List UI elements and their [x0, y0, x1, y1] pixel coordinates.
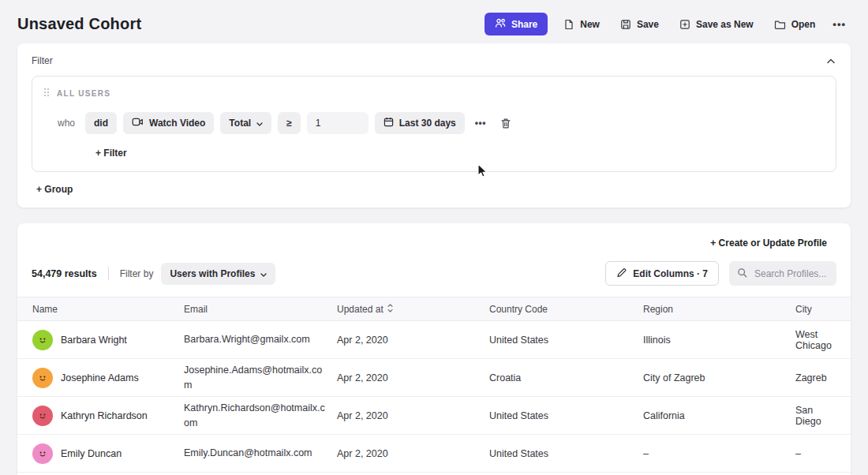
- cohort-builder-page: Unsaved Cohort Share New: [0, 0, 868, 475]
- profile-email: Kathryn.Richardson@hotmailx.com: [184, 401, 337, 429]
- share-button[interactable]: Share: [485, 13, 548, 36]
- add-group-button[interactable]: + Group: [36, 184, 73, 195]
- updated-at-label: Updated at: [337, 304, 383, 315]
- save-as-new-label: Save as New: [696, 19, 754, 30]
- date-range-label: Last 30 days: [399, 118, 456, 129]
- cohort-group: ALL USERS who did Watch Video Total: [32, 76, 836, 172]
- edit-columns-button[interactable]: Edit Columns · 7: [605, 261, 719, 286]
- condition-row: who did Watch Video Total ≥: [58, 112, 826, 134]
- search-icon: [737, 267, 747, 281]
- results-panel: + Create or Update Profile 54,479 result…: [17, 223, 851, 475]
- new-label: New: [580, 19, 600, 30]
- column-header-city[interactable]: City: [795, 304, 851, 315]
- event-dropdown[interactable]: Watch Video: [123, 112, 214, 134]
- folder-icon: [774, 19, 786, 30]
- save-icon: [620, 19, 631, 30]
- share-label: Share: [511, 19, 537, 30]
- column-header-name[interactable]: Name: [32, 304, 184, 315]
- profile-updated-at: Apr 2, 2020: [337, 372, 489, 383]
- new-document-icon: [563, 19, 574, 30]
- column-header-country-code[interactable]: Country Code: [489, 304, 643, 315]
- profile-updated-at: Apr 2, 2020: [337, 448, 489, 459]
- date-range-dropdown[interactable]: Last 30 days: [375, 112, 465, 134]
- create-or-update-profile-button[interactable]: + Create or Update Profile: [705, 237, 832, 249]
- chevron-up-icon: [827, 54, 835, 66]
- profile-region: City of Zagreb: [643, 372, 795, 383]
- save-label: Save: [637, 19, 659, 30]
- profile-updated-at: Apr 2, 2020: [337, 410, 489, 421]
- trash-icon: [500, 118, 511, 129]
- profile-name: Barbara Wright: [61, 335, 127, 346]
- open-button[interactable]: Open: [769, 13, 821, 36]
- topbar: Unsaved Cohort Share New: [0, 0, 868, 43]
- aggregation-dropdown[interactable]: Total: [220, 112, 271, 134]
- profiles-filter-dropdown[interactable]: Users with Profiles: [161, 263, 275, 285]
- open-label: Open: [791, 19, 816, 30]
- delete-condition-button[interactable]: [496, 114, 515, 133]
- save-as-new-button[interactable]: Save as New: [675, 13, 758, 36]
- profile-name: Emily Duncan: [61, 448, 122, 459]
- create-profile-row: + Create or Update Profile: [17, 223, 851, 251]
- drag-handle-icon[interactable]: [43, 86, 50, 100]
- table-header: Name Email Updated at Country Code Regio…: [17, 297, 851, 321]
- profile-city: San Diego: [795, 405, 851, 427]
- pencil-icon: [616, 267, 627, 280]
- operator-dropdown[interactable]: ≥: [278, 112, 301, 134]
- table-row[interactable]: Barbara Wright Barbara.Wright@gmailx.com…: [17, 321, 851, 359]
- page-title: Unsaved Cohort: [17, 15, 141, 33]
- table-row[interactable]: Josephine Adams Josephine.Adams@hotmailx…: [17, 359, 851, 397]
- condition-more-button[interactable]: •••: [471, 114, 490, 132]
- results-count: 54,479 results: [32, 268, 97, 279]
- more-options-button[interactable]: •••: [831, 15, 847, 33]
- column-header-email[interactable]: Email: [184, 304, 337, 315]
- header-actions: Share New Save: [485, 13, 847, 36]
- event-label: Watch Video: [149, 118, 205, 129]
- profile-name: Josephine Adams: [61, 372, 139, 383]
- edit-columns-label: Edit Columns · 7: [633, 268, 708, 279]
- profile-country-code: United States: [489, 335, 643, 346]
- profile-city: –: [795, 448, 851, 459]
- save-as-new-icon: [679, 19, 690, 30]
- profile-city: Zagreb: [795, 372, 851, 383]
- profile-email: Emily.Duncan@hotmailx.com: [184, 446, 337, 460]
- column-header-region[interactable]: Region: [643, 304, 795, 315]
- calendar-icon: [383, 117, 394, 129]
- profile-country-code: United States: [489, 448, 643, 459]
- table-row[interactable]: Emily Duncan Emily.Duncan@hotmailx.com A…: [17, 435, 851, 473]
- aggregation-label: Total: [229, 118, 251, 129]
- toolbar-divider: [108, 267, 109, 280]
- filter-by-label: Filter by: [120, 268, 154, 279]
- search-profiles-input[interactable]: [753, 267, 829, 280]
- profile-country-code: Croatia: [489, 372, 643, 383]
- filter-panel-header: Filter: [32, 53, 836, 68]
- search-profiles-field[interactable]: [729, 261, 836, 286]
- profile-region: Illinois: [643, 335, 795, 346]
- filter-panel-label: Filter: [32, 55, 53, 66]
- collapse-filter-button[interactable]: [825, 53, 836, 68]
- profile-city: West Chicago: [795, 329, 851, 351]
- results-toolbar: 54,479 results Filter by Users with Prof…: [17, 251, 851, 297]
- chevron-down-icon: [260, 268, 267, 279]
- profile-email: Barbara.Wright@gmailx.com: [184, 332, 337, 346]
- threshold-input[interactable]: [307, 112, 369, 134]
- profile-name: Kathryn Richardson: [61, 410, 148, 421]
- avatar: [32, 443, 53, 464]
- cohort-group-header: ALL USERS: [42, 86, 826, 100]
- column-header-updated-at[interactable]: Updated at: [337, 304, 489, 315]
- profile-country-code: United States: [489, 410, 643, 421]
- new-button[interactable]: New: [559, 13, 604, 36]
- table-row[interactable]: Kathryn Richardson Kathryn.Richardson@ho…: [17, 397, 851, 435]
- filter-panel: Filter ALL USERS who: [17, 43, 851, 208]
- who-label: who: [58, 118, 75, 129]
- save-button[interactable]: Save: [615, 13, 664, 36]
- avatar: [32, 406, 53, 426]
- add-filter-button[interactable]: + Filter: [95, 148, 127, 159]
- sort-icon[interactable]: [387, 304, 393, 315]
- avatar: [32, 368, 53, 388]
- profiles-filter-label: Users with Profiles: [170, 268, 255, 279]
- did-dropdown[interactable]: did: [85, 112, 117, 134]
- profile-updated-at: Apr 2, 2020: [337, 335, 489, 346]
- group-label: ALL USERS: [57, 89, 110, 98]
- share-users-icon: [495, 17, 506, 31]
- video-camera-icon: [132, 117, 144, 129]
